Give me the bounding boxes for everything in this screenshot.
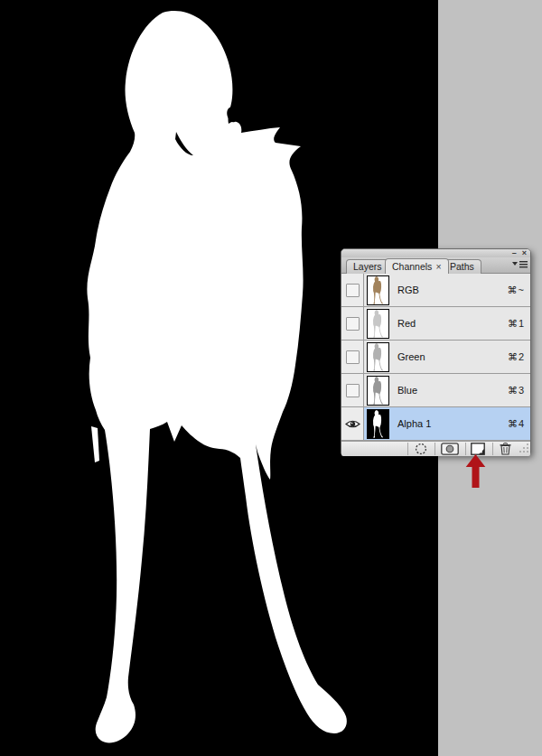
channel-name: Red	[397, 318, 416, 329]
resize-grip[interactable]	[519, 443, 529, 455]
channel-row-blue[interactable]: Blue ⌘3	[341, 374, 530, 407]
eye-icon	[345, 419, 360, 429]
load-selection-button[interactable]	[414, 443, 428, 455]
panel-toolbar	[341, 441, 530, 456]
annotation-arrow-icon	[465, 454, 486, 492]
tab-channels-label: Channels	[392, 261, 432, 272]
channel-shortcut: ⌘3	[508, 385, 525, 397]
channel-shortcut: ⌘~	[508, 285, 525, 296]
channel-thumbnail[interactable]	[367, 376, 389, 406]
tab-channels[interactable]: Channels×	[385, 258, 449, 274]
circle-in-square-icon	[441, 443, 459, 455]
tab-layers-label: Layers	[353, 261, 382, 272]
visibility-well[interactable]	[341, 307, 364, 340]
visibility-well[interactable]	[341, 341, 364, 373]
channel-row-rgb[interactable]: RGB ⌘~	[341, 274, 530, 307]
channel-shortcut: ⌘1	[508, 318, 525, 330]
channel-shortcut: ⌘4	[508, 418, 525, 430]
channel-row-red[interactable]: Red ⌘1	[341, 307, 530, 341]
visibility-well[interactable]	[341, 374, 364, 406]
panel-title-bar: – ×	[341, 249, 530, 257]
close-button[interactable]: ×	[522, 249, 527, 257]
channel-row-green[interactable]: Green ⌘2	[341, 341, 530, 374]
channel-name: Green	[397, 351, 425, 362]
channel-row-alpha1[interactable]: Alpha 1 ⌘4	[341, 407, 530, 441]
channel-thumbnail[interactable]	[367, 342, 389, 372]
create-new-channel-button[interactable]	[470, 443, 486, 455]
trash-icon	[500, 443, 511, 455]
panel-menu-icon[interactable]	[512, 259, 528, 270]
channels-panel: – × Layers Channels× Paths	[341, 248, 531, 455]
channel-name: Blue	[397, 385, 417, 396]
channel-thumbnail[interactable]	[367, 275, 389, 305]
tab-close-icon[interactable]: ×	[435, 261, 441, 272]
tab-paths-label: Paths	[450, 261, 474, 272]
visibility-well[interactable]	[341, 274, 364, 306]
minimize-button[interactable]: –	[512, 249, 517, 257]
visibility-toggle[interactable]	[341, 407, 364, 440]
channel-thumbnail[interactable]	[367, 309, 389, 339]
panel-tab-bar: Layers Channels× Paths	[341, 257, 530, 274]
channel-list: RGB ⌘~ Red ⌘1 Green ⌘2	[341, 274, 530, 441]
delete-channel-button[interactable]	[497, 443, 513, 455]
channel-shortcut: ⌘2	[508, 351, 525, 363]
new-channel-icon	[471, 443, 485, 455]
channel-thumbnail[interactable]	[367, 409, 389, 439]
tab-layers[interactable]: Layers	[346, 259, 389, 274]
dashed-circle-icon	[415, 443, 427, 455]
channel-name: Alpha 1	[397, 418, 431, 429]
channel-name: RGB	[397, 285, 419, 295]
save-selection-as-channel-button[interactable]	[440, 443, 460, 455]
